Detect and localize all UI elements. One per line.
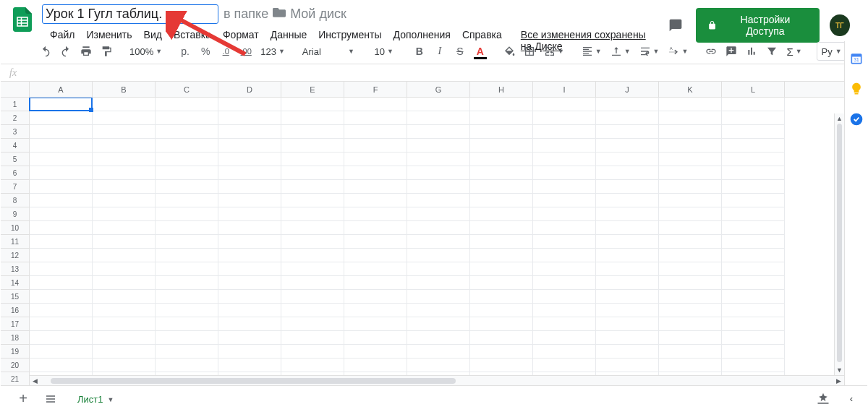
cell[interactable] xyxy=(344,194,407,207)
cell[interactable] xyxy=(659,331,722,345)
cell[interactable] xyxy=(659,180,722,194)
cell[interactable] xyxy=(596,180,659,194)
cell[interactable] xyxy=(596,235,659,249)
cell[interactable] xyxy=(30,276,93,290)
cell[interactable] xyxy=(218,166,281,180)
merge-cells-button[interactable]: ▼ xyxy=(541,42,567,61)
cell[interactable] xyxy=(156,290,218,304)
italic-button[interactable]: I xyxy=(431,42,448,61)
cell[interactable] xyxy=(30,235,93,249)
cell[interactable] xyxy=(30,345,93,359)
cell[interactable] xyxy=(470,262,533,276)
cell[interactable] xyxy=(218,331,281,345)
cell[interactable] xyxy=(218,180,281,194)
text-rotation-button[interactable]: A▼ xyxy=(665,42,691,61)
cell[interactable] xyxy=(281,290,344,304)
cell[interactable] xyxy=(344,221,407,235)
col-header[interactable]: A xyxy=(30,82,93,97)
cell[interactable] xyxy=(722,166,785,180)
cell[interactable] xyxy=(722,317,785,331)
cell[interactable] xyxy=(344,345,407,359)
cell[interactable] xyxy=(218,262,281,276)
col-header[interactable]: K xyxy=(659,82,722,97)
row-header[interactable]: 15 xyxy=(1,290,30,304)
cell[interactable] xyxy=(30,317,93,331)
cell[interactable] xyxy=(156,166,218,180)
cell[interactable] xyxy=(218,153,281,166)
cell[interactable] xyxy=(281,359,344,372)
cell[interactable] xyxy=(281,304,344,317)
cell[interactable] xyxy=(30,153,93,166)
cell[interactable] xyxy=(659,125,722,139)
side-panel-toggle-icon[interactable]: ‹ xyxy=(843,393,860,404)
cell[interactable] xyxy=(470,304,533,317)
cell[interactable] xyxy=(156,139,218,153)
cell[interactable] xyxy=(659,139,722,153)
cell[interactable] xyxy=(470,166,533,180)
row-header[interactable]: 17 xyxy=(1,317,30,331)
cell[interactable] xyxy=(407,359,470,372)
cell[interactable] xyxy=(596,262,659,276)
cell[interactable] xyxy=(470,317,533,331)
cell[interactable] xyxy=(407,194,470,207)
vertical-align-button[interactable]: ▼ xyxy=(608,42,634,61)
cell[interactable] xyxy=(407,139,470,153)
cell[interactable] xyxy=(93,359,156,372)
cell[interactable] xyxy=(722,262,785,276)
cell[interactable] xyxy=(659,235,722,249)
font-family-dropdown[interactable]: Arial▼ xyxy=(299,42,357,61)
cell[interactable] xyxy=(344,125,407,139)
cell[interactable] xyxy=(596,345,659,359)
insert-chart-button[interactable] xyxy=(743,42,760,61)
cell[interactable] xyxy=(218,359,281,372)
cell[interactable] xyxy=(218,98,281,111)
cell[interactable] xyxy=(156,235,218,249)
cell[interactable] xyxy=(30,180,93,194)
input-language-button[interactable]: Ру▼ xyxy=(817,42,847,61)
cell[interactable] xyxy=(533,139,596,153)
zoom-dropdown[interactable]: 100%▼ xyxy=(127,42,165,61)
cell[interactable] xyxy=(93,249,156,262)
row-header[interactable]: 9 xyxy=(1,207,30,221)
cell[interactable] xyxy=(218,221,281,235)
cell[interactable] xyxy=(470,153,533,166)
cell[interactable] xyxy=(344,180,407,194)
cell[interactable] xyxy=(659,221,722,235)
cell[interactable] xyxy=(281,221,344,235)
cell[interactable] xyxy=(407,345,470,359)
cell[interactable] xyxy=(722,98,785,111)
cell[interactable] xyxy=(596,249,659,262)
cell[interactable] xyxy=(596,207,659,221)
cell[interactable] xyxy=(156,180,218,194)
cell[interactable] xyxy=(722,235,785,249)
cell[interactable] xyxy=(218,276,281,290)
currency-button[interactable]: р. xyxy=(176,42,194,61)
cell[interactable] xyxy=(30,290,93,304)
cell[interactable] xyxy=(533,304,596,317)
cell[interactable] xyxy=(93,98,156,111)
cell[interactable] xyxy=(470,359,533,372)
cell[interactable] xyxy=(659,166,722,180)
cell[interactable] xyxy=(407,180,470,194)
cell[interactable] xyxy=(596,221,659,235)
increase-decimals-button[interactable]: .00 xyxy=(237,42,255,61)
col-header[interactable]: C xyxy=(156,82,218,97)
cell[interactable] xyxy=(344,331,407,345)
percent-button[interactable]: % xyxy=(197,42,214,61)
cell[interactable] xyxy=(407,317,470,331)
cell[interactable] xyxy=(30,359,93,372)
cell[interactable] xyxy=(30,166,93,180)
cell[interactable] xyxy=(344,317,407,331)
cell[interactable] xyxy=(156,194,218,207)
cell[interactable] xyxy=(30,194,93,207)
share-button[interactable]: Настройки Доступа xyxy=(696,8,820,43)
cell[interactable] xyxy=(344,249,407,262)
decrease-decimals-button[interactable]: .0 xyxy=(217,42,234,61)
cell[interactable] xyxy=(407,249,470,262)
cell[interactable] xyxy=(722,139,785,153)
sheet-tab[interactable]: Лист1▼ xyxy=(69,388,122,409)
insert-link-button[interactable] xyxy=(702,42,720,61)
cell[interactable] xyxy=(30,331,93,345)
cell[interactable] xyxy=(596,290,659,304)
borders-button[interactable] xyxy=(521,42,538,61)
